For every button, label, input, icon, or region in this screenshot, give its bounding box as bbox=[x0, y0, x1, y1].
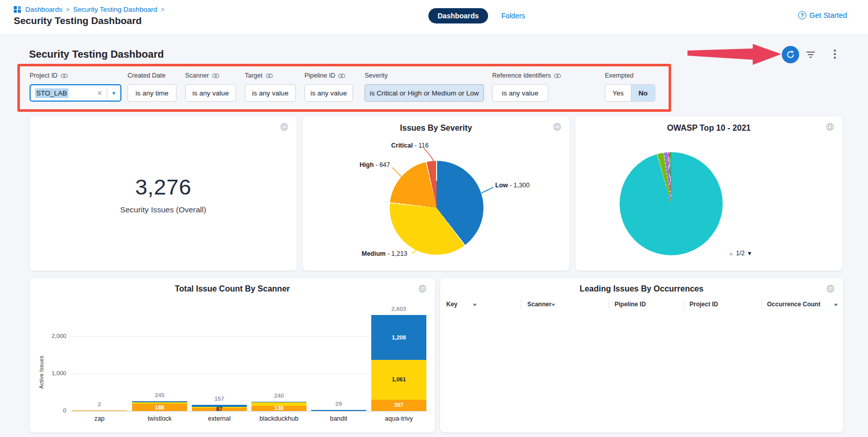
link-icon bbox=[212, 74, 219, 78]
bar-aqua-trivy[interactable]: 3071,0611,208 bbox=[371, 315, 426, 411]
created-date-filter-button[interactable]: is any time bbox=[127, 84, 176, 102]
breadcrumb-separator: > bbox=[66, 6, 69, 13]
exempted-yes-button[interactable]: Yes bbox=[605, 85, 631, 101]
column-header-project-id[interactable]: Project ID bbox=[690, 301, 718, 308]
bar-total-label: 245 bbox=[129, 392, 190, 398]
bar-bandit[interactable] bbox=[311, 410, 366, 411]
bar-twistlock[interactable]: 188 bbox=[132, 401, 187, 411]
filter-project-id: Project ID STO_LAB ✕ ▾ bbox=[30, 71, 121, 102]
dashboards-grid-icon bbox=[14, 6, 21, 13]
view-tabs: Dashboards Folders bbox=[428, 8, 525, 23]
filter-label: Exempted bbox=[605, 72, 633, 79]
bar-segment-orange: 87 bbox=[192, 408, 247, 411]
severity-filter-button[interactable]: is Critical or High or Medium or Low bbox=[365, 84, 484, 102]
tab-folders[interactable]: Folders bbox=[501, 12, 525, 20]
column-header-occurrence-count[interactable]: Occurrence Count bbox=[767, 301, 821, 308]
filter-label: Reference Identifiers bbox=[492, 72, 551, 79]
filter-severity: Severity is Critical or High or Medium o… bbox=[365, 71, 484, 102]
exempted-no-button[interactable]: No bbox=[631, 85, 655, 101]
bar-external[interactable]: 87 bbox=[192, 405, 247, 411]
globe-icon bbox=[826, 284, 835, 293]
filter-target: Target is any value bbox=[245, 71, 296, 102]
pie-label-high: High - 647 bbox=[360, 161, 390, 168]
filter-label: Project ID bbox=[30, 72, 58, 79]
breadcrumb-current[interactable]: Security Testing Dashboard bbox=[73, 6, 157, 13]
chart-title: OWASP Top 10 - 2021 bbox=[575, 124, 843, 133]
sort-chevron-icon[interactable] bbox=[473, 304, 477, 306]
pie-label-low: Low - 1,300 bbox=[495, 182, 529, 189]
page-up-icon[interactable]: ▲ bbox=[728, 250, 734, 256]
column-divider bbox=[521, 300, 521, 309]
table-title: Leading Issues By Occurrences bbox=[440, 284, 843, 294]
bar-zap[interactable] bbox=[72, 410, 127, 411]
sort-chevron-icon[interactable] bbox=[551, 304, 555, 306]
link-icon bbox=[61, 74, 68, 78]
chart-title: Issues By Severity bbox=[302, 124, 570, 133]
globe-icon bbox=[280, 123, 289, 131]
filter-label: Scanner bbox=[185, 72, 209, 79]
filter-created-date: Created Date is any time bbox=[127, 71, 176, 102]
kebab-menu-icon[interactable] bbox=[831, 50, 838, 59]
column-divider bbox=[761, 300, 762, 309]
breadcrumb-separator: > bbox=[161, 6, 164, 13]
owasp-top-10-pie[interactable] bbox=[620, 152, 723, 255]
filter-scanner: Scanner is any value bbox=[185, 71, 236, 102]
page-indicator: 1/2 bbox=[736, 250, 745, 257]
card-leading-issues-by-occurrences: Leading Issues By Occurrences Key Scanne… bbox=[440, 278, 843, 432]
bar-segment-blue: 1,208 bbox=[371, 315, 426, 360]
filter-icon[interactable] bbox=[805, 52, 816, 60]
column-header-key[interactable]: Key bbox=[446, 301, 457, 308]
breadcrumb-dashboards[interactable]: Dashboards bbox=[25, 6, 63, 13]
bar-segment-orange: 307 bbox=[371, 400, 426, 411]
column-header-scanner[interactable]: Scanner bbox=[527, 301, 551, 308]
page-title: Security Testing Dashboard bbox=[14, 15, 142, 27]
filter-label: Severity bbox=[365, 72, 388, 79]
bar-x-label: zap bbox=[69, 415, 130, 422]
bar-x-label: bandit bbox=[308, 415, 369, 422]
chevron-down-icon[interactable]: ▾ bbox=[107, 90, 120, 96]
bar-x-label: aqua-trivy bbox=[368, 415, 429, 422]
filter-exempted: Exempted Yes No bbox=[605, 71, 655, 102]
bar-segment-blue bbox=[311, 410, 366, 411]
bar-segment-yellow: 1,061 bbox=[371, 360, 426, 399]
link-icon bbox=[266, 74, 273, 78]
link-icon bbox=[554, 74, 561, 78]
pipeline-id-filter-button[interactable]: is any value bbox=[304, 84, 353, 102]
filter-reference-identifiers: Reference Identifiers is any value bbox=[492, 71, 561, 102]
bar-blackduckhub[interactable]: 138 bbox=[251, 402, 307, 411]
scanner-filter-button[interactable]: is any value bbox=[185, 84, 236, 102]
page-down-icon[interactable]: ▼ bbox=[747, 250, 752, 256]
project-id-value: STO_LAB bbox=[35, 88, 68, 98]
question-circle-icon: ? bbox=[798, 11, 806, 19]
get-started-label: Get Started bbox=[809, 11, 847, 19]
globe-icon bbox=[553, 123, 561, 131]
reference-identifiers-filter-button[interactable]: is any value bbox=[492, 84, 548, 102]
bar-segment-orange: 138 bbox=[251, 406, 307, 411]
issues-by-severity-pie[interactable] bbox=[390, 161, 483, 255]
tab-dashboards[interactable]: Dashboards bbox=[428, 8, 488, 23]
bar-x-label: blackduckhub bbox=[248, 415, 310, 422]
project-id-filter-input[interactable]: STO_LAB ✕ ▾ bbox=[30, 84, 121, 102]
bar-x-label: twistlock bbox=[129, 415, 190, 422]
annotation-red-arrow bbox=[687, 43, 783, 66]
dashboard-heading: Security Testing Dashboard bbox=[29, 48, 164, 60]
get-started-link[interactable]: ? Get Started bbox=[798, 11, 847, 19]
card-security-issues-overall: 3,276 Security Issues (Overall) bbox=[30, 116, 297, 271]
filter-label: Pipeline ID bbox=[304, 72, 335, 79]
bar-x-label: external bbox=[189, 415, 250, 422]
refresh-icon bbox=[786, 50, 795, 59]
refresh-button[interactable] bbox=[782, 46, 799, 63]
filter-label: Target bbox=[245, 72, 263, 79]
clear-icon[interactable]: ✕ bbox=[93, 89, 107, 97]
bar-total-label: 240 bbox=[248, 393, 310, 399]
overall-issues-value: 3,276 bbox=[30, 175, 297, 200]
bar-segment-orange: 188 bbox=[132, 404, 187, 411]
column-header-pipeline-id[interactable]: Pipeline ID bbox=[615, 301, 646, 308]
bar-total-label: 2,603 bbox=[368, 306, 429, 312]
column-divider bbox=[683, 300, 684, 309]
overall-issues-label: Security Issues (Overall) bbox=[30, 205, 297, 214]
bar-total-label: 157 bbox=[189, 396, 250, 402]
card-owasp-top-10: OWASP Top 10 - 2021 ▲ 1/2 ▼ bbox=[575, 116, 843, 271]
target-filter-button[interactable]: is any value bbox=[245, 84, 296, 102]
sort-chevron-icon[interactable] bbox=[834, 304, 838, 306]
